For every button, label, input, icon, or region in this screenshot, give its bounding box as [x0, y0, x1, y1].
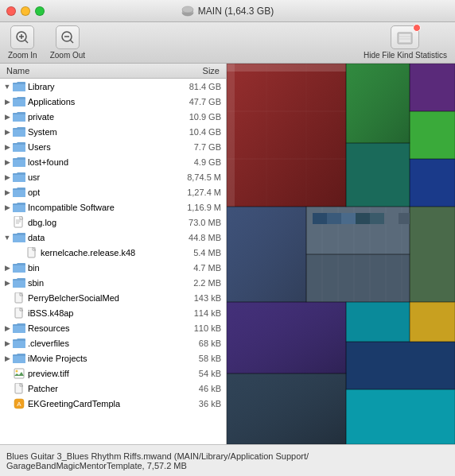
- svg-rect-40: [227, 302, 346, 373]
- disclosure-triangle[interactable]: ▶: [2, 126, 13, 137]
- disclosure-triangle: [2, 292, 13, 304]
- file-size: 1,27.4 M: [166, 188, 226, 197]
- svg-rect-35: [227, 207, 306, 302]
- svg-rect-58: [227, 64, 235, 207]
- zoom-in-label: Zoom In: [8, 51, 37, 60]
- file-name: System: [28, 127, 57, 137]
- list-item[interactable]: ▶ usr8,74.5 M: [0, 169, 226, 184]
- file-row-indent: Patcher: [0, 382, 166, 395]
- hide-file-label: Hide File Kind Statistics: [364, 51, 447, 60]
- disclosure-triangle[interactable]: ▼: [2, 232, 13, 243]
- generic-file-icon: [25, 246, 38, 259]
- disclosure-triangle[interactable]: ▶: [2, 187, 13, 198]
- list-item[interactable]: Patcher46 kB: [0, 381, 226, 396]
- list-item[interactable]: ▼ data44.8 MB: [0, 230, 226, 245]
- list-item[interactable]: ▶ bin4.7 MB: [0, 260, 226, 275]
- status-line2: GarageBandMagicMentorTemplate, 7,57.2 MB: [6, 461, 449, 470]
- list-item[interactable]: ▶ iMovie Projects58 kB: [0, 350, 226, 366]
- zoom-in-button[interactable]: Zoom In: [8, 25, 37, 60]
- disclosure-triangle[interactable]: ▶: [2, 277, 13, 288]
- file-row-indent: preview.tiff: [0, 367, 166, 380]
- minimize-button[interactable]: [21, 6, 30, 16]
- list-item[interactable]: PerryBelcherSocialMed143 kB: [0, 290, 226, 305]
- list-item[interactable]: A EKGreetingCardTempla36 kB: [0, 396, 226, 411]
- hide-file-icon: [391, 25, 419, 49]
- window-title: MAIN (1,64.3 GB): [181, 5, 274, 17]
- file-row-indent: ▶ iMovie Projects: [0, 352, 166, 365]
- list-item[interactable]: ▼ Library81.4 GB: [0, 79, 226, 94]
- svg-rect-21: [14, 369, 24, 378]
- file-row-indent: ▶ .cleverfiles: [0, 337, 166, 350]
- disclosure-triangle[interactable]: ▼: [2, 81, 13, 92]
- file-row-indent: ▶ Users: [0, 141, 166, 153]
- list-item[interactable]: ▶ private10.9 GB: [0, 109, 226, 124]
- maximize-button[interactable]: [35, 6, 45, 16]
- file-name: Users: [28, 142, 51, 152]
- file-size: 110 kB: [166, 323, 226, 333]
- folder-icon: [13, 80, 25, 93]
- file-row-indent: ▶ usr: [0, 171, 166, 184]
- svg-rect-78: [356, 213, 370, 224]
- disclosure-triangle: [14, 247, 25, 258]
- file-size: 114 kB: [166, 308, 226, 318]
- file-row-indent: kernelcache.release.k48: [0, 246, 166, 259]
- folder-icon: [13, 231, 25, 244]
- file-list-header: Name Size: [0, 64, 226, 79]
- file-list[interactable]: Name Size ▼ Library81.4 GB▶ Applications…: [0, 64, 227, 444]
- list-item[interactable]: ▶ Resources110 kB: [0, 320, 226, 335]
- file-size: 44.8 MB: [166, 233, 226, 242]
- list-item[interactable]: ▶ lost+found4.9 GB: [0, 154, 226, 169]
- disclosure-triangle: [2, 217, 13, 228]
- list-item[interactable]: preview.tiff54 kB: [0, 366, 226, 381]
- folder-icon: [13, 201, 25, 214]
- file-name: .cleverfiles: [28, 339, 69, 348]
- disclosure-triangle[interactable]: ▶: [2, 323, 13, 334]
- app-icon: A: [13, 397, 25, 410]
- disclosure-triangle[interactable]: ▶: [2, 202, 13, 213]
- disclosure-triangle[interactable]: ▶: [2, 157, 13, 168]
- folder-icon: [13, 352, 25, 365]
- list-item[interactable]: ▶ Incompatible Software1,16.9 M: [0, 199, 226, 215]
- disclosure-triangle[interactable]: ▶: [2, 111, 13, 122]
- svg-rect-45: [227, 373, 346, 444]
- file-row-indent: dbg.log: [0, 216, 166, 229]
- hide-file-button[interactable]: Hide File Kind Statistics: [364, 25, 447, 60]
- list-item[interactable]: ▶ sbin2.2 MB: [0, 275, 226, 290]
- list-item[interactable]: dbg.log73.0 MB: [0, 215, 226, 230]
- list-item[interactable]: iBSS.k48ap114 kB: [0, 305, 226, 320]
- disclosure-triangle[interactable]: ▶: [2, 262, 13, 273]
- close-button[interactable]: [6, 6, 16, 16]
- disclosure-triangle[interactable]: ▶: [2, 141, 13, 153]
- file-row-indent: ▶ Applications: [0, 95, 166, 108]
- disclosure-triangle[interactable]: ▶: [2, 96, 13, 107]
- zoom-in-icon: [10, 25, 34, 49]
- svg-rect-81: [399, 213, 410, 224]
- folder-icon: [13, 277, 25, 289]
- folder-icon: [13, 110, 25, 123]
- file-row-indent: ▶ Resources: [0, 322, 166, 335]
- file-size: 36 kB: [166, 399, 226, 408]
- title-bar: MAIN (1,64.3 GB): [0, 0, 455, 22]
- file-row-indent: PerryBelcherSocialMed: [0, 292, 166, 304]
- list-item[interactable]: ▶ System10.4 GB: [0, 124, 226, 139]
- list-item[interactable]: ▶ Users7.7 GB: [0, 139, 226, 154]
- svg-rect-57: [227, 64, 346, 72]
- file-size: 8,74.5 M: [166, 172, 226, 182]
- zoom-out-button[interactable]: Zoom Out: [50, 25, 85, 60]
- file-size: 1,16.9 M: [166, 203, 226, 212]
- col-name-header: Name: [3, 65, 163, 76]
- list-item[interactable]: ▶ .cleverfiles68 kB: [0, 335, 226, 350]
- file-name: Resources: [28, 323, 70, 333]
- disclosure-triangle[interactable]: ▶: [2, 338, 13, 349]
- file-name: Patcher: [28, 384, 58, 393]
- file-rows-container: ▼ Library81.4 GB▶ Applications47.7 GB▶ p…: [0, 79, 226, 411]
- disclosure-triangle[interactable]: ▶: [2, 172, 13, 183]
- list-item[interactable]: ▶ Applications47.7 GB: [0, 94, 226, 109]
- file-name: private: [28, 112, 54, 122]
- list-item[interactable]: ▶ opt1,27.4 M: [0, 184, 226, 199]
- disclosure-triangle[interactable]: ▶: [2, 353, 13, 364]
- file-row-indent: ▶ private: [0, 110, 166, 123]
- file-size: 143 kB: [166, 293, 226, 303]
- list-item[interactable]: kernelcache.release.k485.4 MB: [0, 245, 226, 260]
- file-name: lost+found: [28, 157, 68, 167]
